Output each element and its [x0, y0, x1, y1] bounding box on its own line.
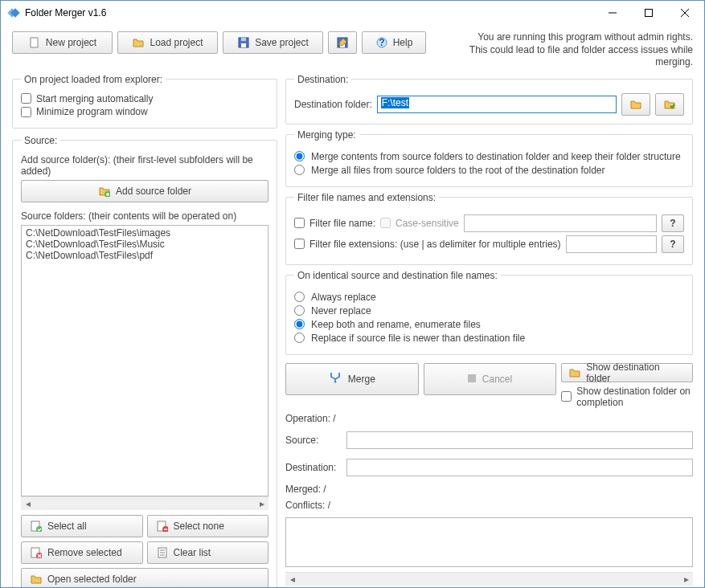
add-source-folder-button[interactable]: Add source folder: [21, 180, 268, 202]
remove-icon: [30, 546, 43, 559]
source-list-label: Source folders: (their contents will be …: [21, 210, 268, 222]
select-none-icon: [156, 520, 169, 533]
clear-list-button[interactable]: Clear list: [147, 541, 269, 564]
source-status-label: Source:: [285, 435, 342, 446]
filter-filename-checkbox[interactable]: Filter file name:: [294, 218, 375, 229]
minimize-button[interactable]: [594, 2, 630, 24]
filter-extensions-input[interactable]: [566, 235, 657, 253]
svg-rect-6: [31, 38, 38, 47]
identical-names-group: On identical source and destination file…: [285, 270, 693, 355]
destination-status-value: [346, 459, 693, 476]
merge-keep-structure-radio[interactable]: Merge contents from source folders to de…: [294, 151, 684, 162]
replace-if-newer-radio[interactable]: Replace if source file is newer than des…: [294, 333, 684, 344]
merge-icon: [329, 371, 342, 386]
minimize-window-checkbox[interactable]: Minimize program window: [21, 106, 148, 117]
scroll-right-icon[interactable]: ▸: [679, 572, 693, 586]
folder-open-icon: [132, 36, 145, 49]
titlebar: Folder Merger v1.6: [1, 1, 704, 25]
help-icon: ?: [670, 239, 675, 250]
main-toolbar: New project Load project Save project ?H…: [12, 31, 693, 69]
folder-icon: [568, 366, 581, 379]
scroll-right-icon[interactable]: ▸: [255, 496, 268, 510]
destination-group: Destination: Destination folder: F:\test: [285, 74, 693, 125]
scroll-left-icon[interactable]: ◂: [21, 496, 35, 510]
filter-extensions-help[interactable]: ?: [662, 235, 684, 253]
case-sensitive-checkbox[interactable]: Case-sensitive: [380, 218, 459, 229]
destination-label: Destination folder:: [294, 99, 372, 110]
svg-rect-3: [645, 10, 652, 17]
svg-rect-9: [241, 38, 246, 41]
open-selected-folder-button[interactable]: Open selected folder: [21, 568, 268, 588]
explorer-options: On project loaded from explorer: Start m…: [12, 74, 277, 129]
filter-extensions-checkbox[interactable]: Filter file extensions: (use | as delimi…: [294, 239, 561, 250]
folder-icon: [629, 98, 642, 111]
show-destination-button[interactable]: Show destination folder: [561, 363, 693, 382]
svg-text:?: ?: [379, 37, 384, 48]
create-destination-button[interactable]: [655, 93, 684, 116]
remove-selected-button[interactable]: Remove selected: [21, 541, 143, 564]
keep-both-radio[interactable]: Keep both and rename, enumerate files: [294, 319, 684, 330]
new-icon: [28, 36, 41, 49]
list-scrollbar[interactable]: ◂▸: [21, 496, 268, 510]
list-item[interactable]: C:\NetDownload\TestFiles\Music: [23, 239, 266, 250]
window-title: Folder Merger v1.6: [25, 7, 594, 18]
clear-icon: [156, 546, 169, 559]
new-project-button[interactable]: New project: [12, 31, 113, 54]
select-all-button[interactable]: Select all: [21, 515, 143, 537]
folder-check-icon: [663, 98, 676, 111]
save-icon: [237, 36, 250, 49]
save-as-button[interactable]: [328, 31, 357, 54]
list-item[interactable]: C:\NetDownload\TestFiles\images: [23, 227, 266, 239]
conflicts-log[interactable]: [285, 517, 693, 567]
svg-rect-8: [241, 43, 246, 47]
start-merging-checkbox[interactable]: Start merging automatically: [21, 93, 153, 104]
maximize-button[interactable]: [630, 2, 666, 24]
save-project-button[interactable]: Save project: [223, 31, 323, 54]
merge-flatten-radio[interactable]: Merge all files from source folders to t…: [294, 165, 684, 176]
source-folders-list[interactable]: C:\NetDownload\TestFiles\imagesC:\NetDow…: [21, 225, 268, 496]
folder-icon: [30, 573, 43, 586]
add-source-hint: Add source folder(s): (their first-level…: [21, 154, 268, 177]
folder-add-icon: [98, 185, 111, 198]
list-item[interactable]: C:\NetDownload\TestFiles\pdf: [23, 250, 266, 261]
scroll-left-icon[interactable]: ◂: [285, 572, 299, 586]
select-all-icon: [30, 520, 43, 533]
destination-folder-input[interactable]: F:\test: [377, 96, 617, 113]
merged-status: Merged: /: [285, 484, 693, 495]
source-status-value: [346, 431, 693, 449]
browse-destination-button[interactable]: [621, 93, 650, 116]
source-group: Source: Add source folder(s): (their fir…: [12, 135, 277, 588]
destination-status-label: Destination:: [285, 462, 342, 473]
merge-button[interactable]: Merge: [285, 363, 419, 395]
stop-icon: [468, 374, 476, 385]
help-icon: ?: [670, 218, 675, 229]
merging-type-group: Merging type: Merge contents from source…: [285, 129, 693, 187]
save-as-icon: [336, 36, 349, 49]
help-icon: ?: [375, 36, 388, 49]
operation-status: Operation: /: [285, 413, 693, 424]
conflicts-status: Conflicts: /: [285, 500, 693, 511]
cancel-button[interactable]: Cancel: [424, 363, 557, 395]
always-replace-radio[interactable]: Always replace: [294, 292, 684, 303]
filter-group: Filter file names and extensions: Filter…: [285, 192, 693, 265]
app-icon: [7, 6, 20, 19]
never-replace-radio[interactable]: Never replace: [294, 305, 684, 316]
show-on-completion-checkbox[interactable]: Show destination folder on completion: [561, 386, 693, 408]
close-button[interactable]: [666, 2, 703, 24]
filter-filename-input[interactable]: [464, 214, 657, 232]
select-none-button[interactable]: Select none: [147, 515, 269, 537]
admin-warning: You are running this program without adm…: [431, 31, 693, 69]
log-scrollbar[interactable]: ◂▸: [285, 572, 693, 586]
filter-filename-help[interactable]: ?: [662, 214, 684, 232]
svg-rect-30: [468, 374, 476, 382]
load-project-button[interactable]: Load project: [117, 31, 218, 54]
help-button[interactable]: ?Help: [362, 31, 426, 54]
